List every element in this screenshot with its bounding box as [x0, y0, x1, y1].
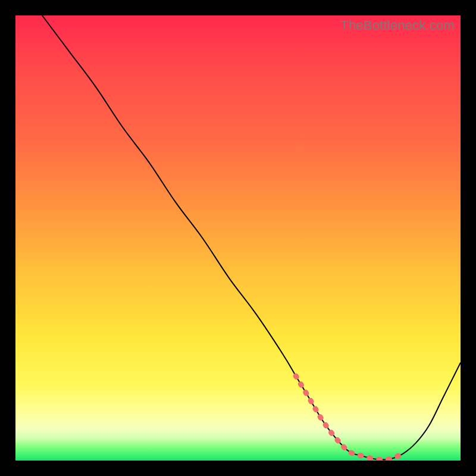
sweet-spot-segment	[296, 376, 403, 460]
main-curve-path	[42, 15, 461, 460]
bottleneck-curve	[15, 15, 461, 461]
chart-container: TheBottleneck.com	[0, 0, 476, 476]
plot-area: TheBottleneck.com	[15, 15, 461, 461]
